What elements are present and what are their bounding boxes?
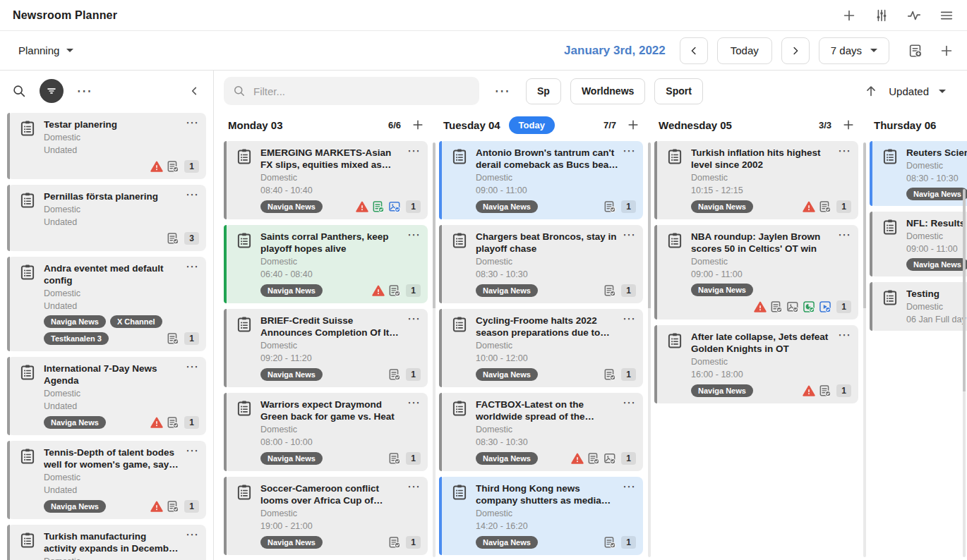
add-card-button[interactable] [626,118,640,132]
sort-label: Updated [889,85,929,97]
story-card[interactable]: Cycling-Froome halts 2022 season prepara… [439,309,643,387]
count-badge: 1 [184,160,199,173]
story-card[interactable]: Pernillas första planering ⋯ Domestic Un… [7,185,206,251]
story-card[interactable]: Turkish inflation hits highest level sin… [654,141,858,219]
count-badge: 1 [836,200,851,213]
menu-icon[interactable] [939,8,954,23]
add-card-button[interactable] [411,118,425,132]
story-card[interactable]: Chargers beat Broncos, stay in playoff c… [439,225,643,303]
image-check-icon [603,451,617,465]
card-section: Domestic [476,172,636,183]
card-menu-button[interactable]: ⋯ [186,530,199,539]
card-menu-button[interactable]: ⋯ [838,147,851,155]
assignment-check-icon [603,367,617,382]
assignment-check-icon [166,159,180,174]
board-scrollbar[interactable] [963,189,966,557]
story-card[interactable]: After late collapse, Jets defeat Golden … [654,325,858,403]
count-badge: 1 [184,332,199,345]
count-badge: 1 [621,200,636,213]
filter-more-button[interactable]: ⋯ [494,87,511,95]
card-title: EMERGING MARKETS-Asian FX slips, equitie… [260,147,407,171]
collapse-sidebar-icon[interactable] [186,83,202,99]
filter-chip[interactable]: Sport [654,78,703,104]
card-section: Domestic [906,160,967,171]
story-card[interactable]: Tennis-Depth of talent bodes well for wo… [7,441,206,519]
card-when: 14:20 - 16:20 [476,521,636,532]
card-menu-button[interactable]: ⋯ [623,147,636,155]
card-section: Domestic [260,256,421,267]
story-card[interactable]: Soccer-Cameroon conflict looms over Afri… [224,477,428,555]
clipboard-icon [666,147,684,214]
search-icon[interactable] [11,83,27,99]
card-menu-button[interactable]: ⋯ [186,118,199,127]
card-menu-button[interactable]: ⋯ [186,446,199,455]
card-menu-button[interactable]: ⋯ [186,363,199,371]
story-card[interactable]: International 7-Day News Agenda ⋯ Domest… [7,357,206,435]
card-menu-button[interactable]: ⋯ [623,315,636,323]
filter-chip[interactable]: Worldnews [570,78,645,104]
range-selector[interactable]: 7 days [819,37,889,64]
card-when: 08:30 - 10:30 [476,437,636,448]
today-button[interactable]: Today [717,37,772,64]
card-menu-button[interactable]: ⋯ [186,262,199,271]
story-card[interactable]: FACTBOX-Latest on the worldwide spread o… [439,393,643,471]
card-menu-button[interactable]: ⋯ [838,231,851,239]
assignment-check-icon [371,200,385,214]
story-card[interactable]: Turkish manufacturing activity expands i… [7,525,206,560]
story-card[interactable]: Third Hong Kong news company shutters as… [439,477,643,555]
card-title: International 7-Day News Agenda [44,363,186,386]
card-title: Andra eventet med default config [44,262,186,286]
card-when: 10:00 - 12:00 [476,353,636,364]
story-card[interactable]: NFL: Results and ⋯ Domestic 09:00 - 11:0… [870,212,967,276]
card-menu-button[interactable]: ⋯ [186,190,199,199]
story-card[interactable]: Testing ⋯ Domestic 06 Jan Full day [870,282,967,331]
card-menu-button[interactable]: ⋯ [623,231,636,239]
next-period-button[interactable] [781,37,810,64]
filter-input-box [224,77,479,105]
tune-icon[interactable] [874,8,889,23]
current-date-label[interactable]: January 3rd, 2022 [564,44,666,58]
assignment-add-icon[interactable] [908,43,923,59]
card-when: 09:00 - 11:00 [906,243,967,255]
count-badge: 1 [406,200,421,213]
prev-period-button[interactable] [680,37,708,64]
sidebar-more-button[interactable]: ⋯ [76,87,93,95]
card-when: 08:00 - 10:00 [260,437,421,448]
activity-icon[interactable] [906,8,922,23]
filter-chip[interactable]: Sp [526,78,561,104]
card-section: Domestic [691,256,851,267]
assignment-check-icon [769,300,783,314]
view-selector[interactable]: Planning [18,44,73,56]
column-card-list: Reuters Science ⋯ Domestic 08:30 - 10:30… [870,141,967,331]
story-card[interactable]: Antonio Brown's tantrum can't derail com… [439,141,643,219]
story-card[interactable]: Andra eventet med default config ⋯ Domes… [7,257,206,351]
add-icon[interactable] [939,43,954,59]
card-menu-button[interactable]: ⋯ [407,398,421,407]
filter-icon[interactable] [40,79,64,103]
column-count: 7/7 [603,120,616,130]
card-menu-button[interactable]: ⋯ [407,482,421,491]
add-icon[interactable] [841,8,857,23]
count-badge: 1 [836,384,851,397]
story-card[interactable]: EMERGING MARKETS-Asian FX slips, equitie… [224,141,428,219]
card-menu-button[interactable]: ⋯ [407,231,421,239]
card-menu-button[interactable]: ⋯ [623,482,636,491]
clipboard-icon [235,315,253,382]
story-card[interactable]: NBA roundup: Jaylen Brown scores 50 in C… [654,225,858,319]
story-card[interactable]: Testar planering ⋯ Domestic Undated1 [7,113,206,179]
sort-control[interactable]: Updated [863,83,957,99]
story-card[interactable]: BRIEF-Credit Suisse Announces Completion… [224,309,428,387]
add-card-button[interactable] [841,118,855,132]
filter-input[interactable] [253,85,471,97]
card-section: Domestic [44,288,199,299]
card-section: Domestic [476,256,636,267]
card-menu-button[interactable]: ⋯ [407,315,421,323]
story-card[interactable]: Saints corral Panthers, keep playoff hop… [224,225,428,303]
story-card[interactable]: Reuters Science ⋯ Domestic 08:30 - 10:30… [870,141,967,206]
channel-badge: Naviga News [260,368,323,381]
card-menu-button[interactable]: ⋯ [623,398,636,407]
story-card[interactable]: Warriors expect Draymond Green back for … [224,393,428,471]
assignment-check-icon [587,451,601,465]
card-menu-button[interactable]: ⋯ [838,331,851,339]
card-menu-button[interactable]: ⋯ [407,147,421,155]
